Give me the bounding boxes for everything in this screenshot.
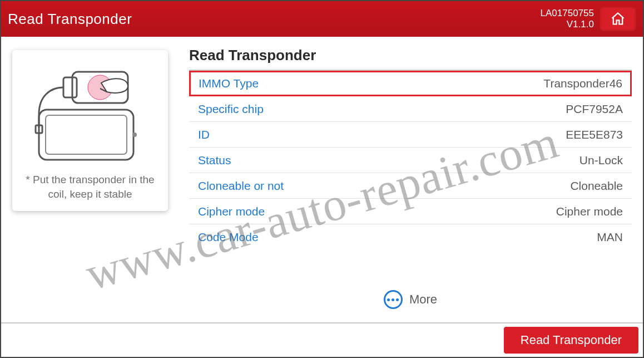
row-label: IMMO Type bbox=[199, 77, 259, 90]
app-version: V1.1.0 bbox=[541, 19, 594, 30]
read-transponder-button[interactable]: Read Transponder bbox=[504, 327, 638, 354]
row-value: MAN bbox=[597, 231, 623, 244]
app-body: * Put the transponder in the coil, keep … bbox=[1, 37, 643, 322]
row-immo-type[interactable]: IMMO Type Transponder46 bbox=[189, 71, 632, 96]
row-cloneable[interactable]: Cloneable or not Cloneable bbox=[189, 173, 632, 199]
header-right: LA01750755 V1.1.0 bbox=[541, 7, 636, 31]
row-label: Status bbox=[198, 154, 231, 167]
read-button-label: Read Transponder bbox=[521, 333, 622, 347]
page-title: Read Transponder bbox=[8, 11, 541, 28]
instruction-caption: * Put the transponder in the coil, keep … bbox=[18, 173, 162, 201]
row-specific-chip[interactable]: Specific chip PCF7952A bbox=[189, 96, 632, 122]
row-code-mode[interactable]: Code Mode MAN bbox=[189, 224, 632, 250]
more-icon bbox=[384, 290, 403, 309]
home-icon bbox=[610, 11, 626, 27]
row-label: Cipher mode bbox=[198, 205, 265, 218]
row-cipher-mode[interactable]: Cipher mode Cipher mode bbox=[189, 199, 632, 224]
row-value: EEE5E873 bbox=[566, 128, 623, 141]
row-id[interactable]: ID EEE5E873 bbox=[189, 122, 632, 148]
row-status[interactable]: Status Un-Lock bbox=[189, 148, 632, 173]
row-value: Cloneable bbox=[570, 179, 623, 193]
data-rows: IMMO Type Transponder46 Specific chip PC… bbox=[189, 71, 632, 250]
data-panel: Read Transponder IMMO Type Transponder46… bbox=[179, 37, 643, 322]
device-info: LA01750755 V1.1.0 bbox=[541, 8, 594, 31]
svg-point-2 bbox=[132, 133, 137, 137]
home-button[interactable] bbox=[600, 7, 636, 31]
row-label: Code Mode bbox=[198, 231, 259, 244]
app-header: Read Transponder LA01750755 V1.1.0 bbox=[1, 1, 643, 37]
row-value: Un-Lock bbox=[579, 154, 623, 167]
app-root: Read Transponder LA01750755 V1.1.0 bbox=[0, 0, 644, 358]
app-footer: Read Transponder bbox=[1, 322, 643, 357]
instruction-panel: * Put the transponder in the coil, keep … bbox=[1, 37, 179, 322]
device-id: LA01750755 bbox=[541, 8, 594, 19]
row-value: Transponder46 bbox=[543, 77, 622, 90]
transponder-illustration bbox=[18, 58, 162, 169]
instruction-card: * Put the transponder in the coil, keep … bbox=[12, 50, 168, 211]
section-title: Read Transponder bbox=[189, 47, 632, 70]
row-label: Specific chip bbox=[198, 102, 264, 116]
row-value: Cipher mode bbox=[556, 205, 623, 218]
more-button[interactable]: More bbox=[384, 290, 437, 309]
row-value: PCF7952A bbox=[566, 102, 623, 116]
more-label: More bbox=[409, 292, 437, 307]
svg-rect-1 bbox=[46, 115, 127, 154]
row-label: ID bbox=[198, 128, 210, 141]
svg-rect-0 bbox=[39, 110, 133, 160]
row-label: Cloneable or not bbox=[198, 179, 284, 193]
svg-rect-4 bbox=[63, 77, 77, 97]
